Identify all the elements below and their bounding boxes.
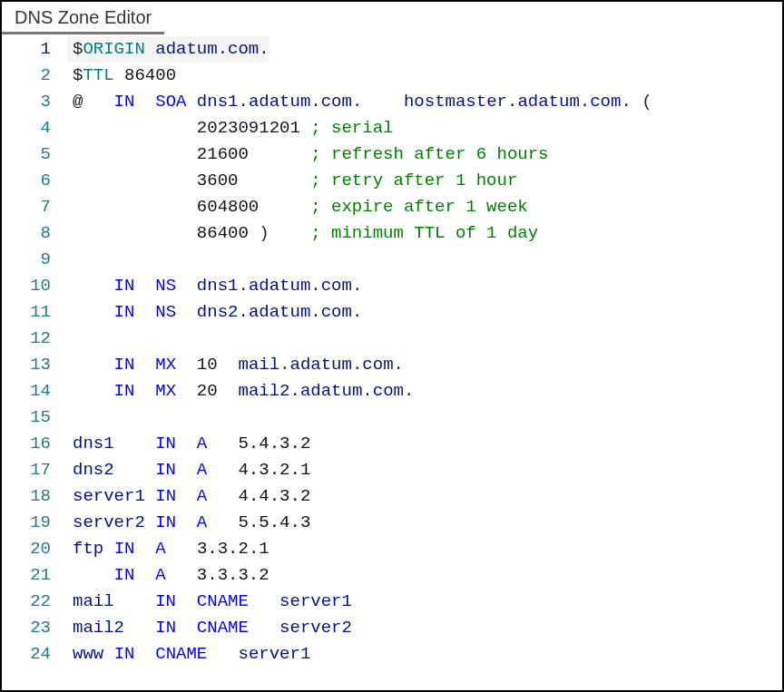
code-content[interactable]: @ IN SOA dns1.adatum.com. hostmaster.ada… (67, 89, 652, 115)
code-content[interactable]: 3600 ; retry after 1 hour (67, 168, 517, 194)
code-line[interactable]: 1$ORIGIN adatum.com. (2, 36, 782, 63)
token-name: mail (238, 355, 279, 375)
code-line[interactable]: 7 604800 ; expire after 1 week (2, 194, 782, 220)
code-content[interactable] (67, 326, 83, 352)
token-pun: . (352, 276, 362, 296)
token-name: server1 (238, 644, 310, 664)
code-line[interactable]: 17dns2 IN A 4.3.2.1 (2, 457, 782, 483)
token-name: www (73, 644, 103, 664)
token-pun (145, 39, 155, 59)
token-numk: 20 (197, 381, 218, 401)
token-name: com (590, 92, 621, 112)
code-line[interactable]: 4 2023091201 ; serial (2, 115, 782, 141)
editor-window: DNS Zone Editor 1$ORIGIN adatum.com.2$TT… (0, 0, 784, 692)
token-pun (73, 144, 197, 164)
token-pun (166, 539, 197, 559)
code-content[interactable]: mail IN CNAME server1 (67, 589, 352, 615)
token-kw: IN (114, 302, 135, 322)
code-content[interactable]: ftp IN A 3.3.2.1 (67, 536, 270, 562)
code-content[interactable]: dns1 IN A 5.4.3.2 (67, 431, 310, 457)
code-content[interactable]: 86400 ) ; minimum TTL of 1 day (67, 220, 538, 247)
token-kw: IN (114, 92, 135, 112)
line-number: 8 (2, 220, 67, 247)
code-line[interactable]: 12 (2, 326, 782, 352)
token-pun (176, 381, 197, 401)
token-name: dns1 (197, 276, 239, 296)
code-content[interactable] (67, 247, 83, 273)
token-name: com (321, 302, 352, 322)
token-name: adatum (249, 302, 310, 322)
code-content[interactable]: $ORIGIN adatum.com. (67, 36, 270, 63)
code-line[interactable]: 8 86400 ) ; minimum TTL of 1 day (2, 220, 782, 247)
code-content[interactable]: IN NS dns1.adatum.com. (67, 273, 362, 299)
code-line[interactable]: 6 3600 ; retry after 1 hour (2, 168, 782, 194)
code-content[interactable] (67, 404, 83, 431)
token-pun: @ (73, 92, 114, 112)
token-name: mail2 (238, 381, 289, 401)
token-name: mail2 (73, 618, 124, 638)
token-kw: A (197, 486, 207, 506)
code-line[interactable]: 2$TTL 86400 (2, 63, 782, 89)
code-content[interactable]: IN NS dns2.adatum.com. (67, 299, 362, 326)
token-pun (134, 302, 155, 322)
code-line[interactable]: 20ftp IN A 3.3.2.1 (2, 536, 782, 562)
token-cm: ; serial (310, 118, 393, 138)
token-pun (176, 434, 197, 453)
code-line[interactable]: 14 IN MX 20 mail2.adatum.com. (2, 378, 782, 404)
line-number: 15 (2, 404, 67, 431)
code-content[interactable]: 604800 ; expire after 1 week (67, 194, 528, 220)
editor-tab[interactable]: DNS Zone Editor (2, 2, 164, 34)
token-pun (166, 565, 197, 585)
token-pun: . (290, 381, 300, 401)
token-kw: IN (155, 486, 176, 506)
code-content[interactable]: 21600 ; refresh after 6 hours (67, 141, 549, 168)
code-content[interactable]: mail2 IN CNAME server2 (67, 615, 352, 641)
code-content[interactable]: IN MX 10 mail.adatum.com. (67, 352, 404, 378)
code-line[interactable]: 18server1 IN A 4.4.3.2 (2, 483, 782, 510)
code-line[interactable]: 23mail2 IN CNAME server2 (2, 615, 782, 641)
line-number: 20 (2, 536, 67, 562)
token-pun (114, 460, 156, 480)
code-line[interactable]: 10 IN NS dns1.adatum.com. (2, 273, 782, 299)
code-line[interactable]: 22mail IN CNAME server1 (2, 589, 782, 615)
code-line[interactable]: 15 (2, 404, 782, 431)
token-name: dns1 (197, 92, 239, 112)
token-kw: A (197, 460, 207, 480)
code-line[interactable]: 3@ IN SOA dns1.adatum.com. hostmaster.ad… (2, 89, 782, 115)
code-content[interactable]: $TTL 86400 (67, 63, 176, 89)
code-line[interactable]: 16dns1 IN A 5.4.3.2 (2, 431, 782, 457)
code-content[interactable]: www IN CNAME server1 (67, 641, 310, 668)
code-content[interactable]: IN A 3.3.3.2 (67, 562, 270, 589)
line-number: 16 (2, 431, 67, 457)
code-content[interactable]: 2023091201 ; serial (67, 115, 393, 141)
editor-tab-label: DNS Zone Editor (15, 7, 152, 27)
code-line[interactable]: 24www IN CNAME server1 (2, 641, 782, 668)
token-pun (124, 618, 155, 638)
code-line[interactable]: 9 (2, 247, 782, 273)
token-kw: IN (114, 381, 135, 401)
code-line[interactable]: 11 IN NS dns2.adatum.com. (2, 299, 782, 326)
code-editor[interactable]: 1$ORIGIN adatum.com.2$TTL 864003@ IN SOA… (2, 34, 782, 690)
line-number: 4 (2, 115, 67, 141)
token-pun (73, 381, 114, 401)
code-line[interactable]: 19server2 IN A 5.5.4.3 (2, 510, 782, 536)
code-content[interactable]: server2 IN A 5.5.4.3 (67, 510, 310, 536)
token-cm: ; retry after 1 hour (310, 171, 517, 190)
code-line[interactable]: 21 IN A 3.3.3.2 (2, 562, 782, 589)
token-kw: CNAME (197, 618, 249, 638)
code-content[interactable]: IN MX 20 mail2.adatum.com. (67, 378, 414, 404)
token-kw: IN (155, 512, 176, 532)
line-number: 6 (2, 168, 67, 194)
code-content[interactable]: server1 IN A 4.4.3.2 (67, 483, 310, 510)
token-pun (73, 565, 114, 585)
token-name: ftp (73, 539, 103, 559)
code-content[interactable]: dns2 IN A 4.3.2.1 (67, 457, 310, 483)
token-kw: IN (114, 539, 135, 559)
token-pun: . (238, 302, 248, 322)
token-pun: . (310, 92, 320, 112)
token-pun: . (362, 381, 372, 401)
code-line[interactable]: 5 21600 ; refresh after 6 hours (2, 141, 782, 168)
code-line[interactable]: 13 IN MX 10 mail.adatum.com. (2, 352, 782, 378)
token-pun (207, 434, 238, 453)
token-pun (300, 118, 310, 138)
